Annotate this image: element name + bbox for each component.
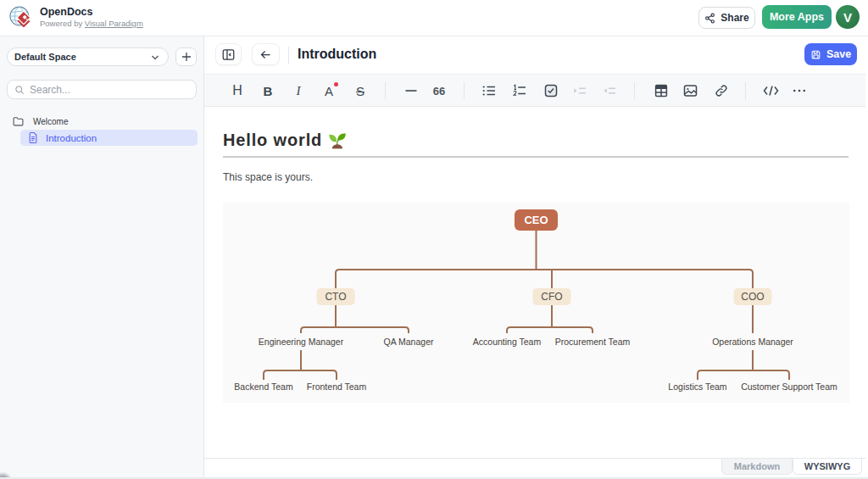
svg-text:Accounting Team: Accounting Team <box>473 337 542 347</box>
svg-text:Customer Support Team: Customer Support Team <box>741 382 837 392</box>
svg-text:Operations Manager: Operations Manager <box>712 337 793 347</box>
svg-text:COO: COO <box>741 291 764 303</box>
svg-text:Engineering Manager: Engineering Manager <box>259 337 344 347</box>
svg-text:QA Manager: QA Manager <box>384 337 434 347</box>
svg-text:CTO: CTO <box>325 291 346 303</box>
svg-text:CFO: CFO <box>541 291 562 303</box>
svg-text:Logistics Team: Logistics Team <box>668 382 727 392</box>
svg-text:Procurement Team: Procurement Team <box>555 337 631 347</box>
svg-text:Frontend Team: Frontend Team <box>307 382 367 392</box>
svg-text:CEO: CEO <box>524 214 548 226</box>
svg-text:Backend Team: Backend Team <box>234 382 293 392</box>
